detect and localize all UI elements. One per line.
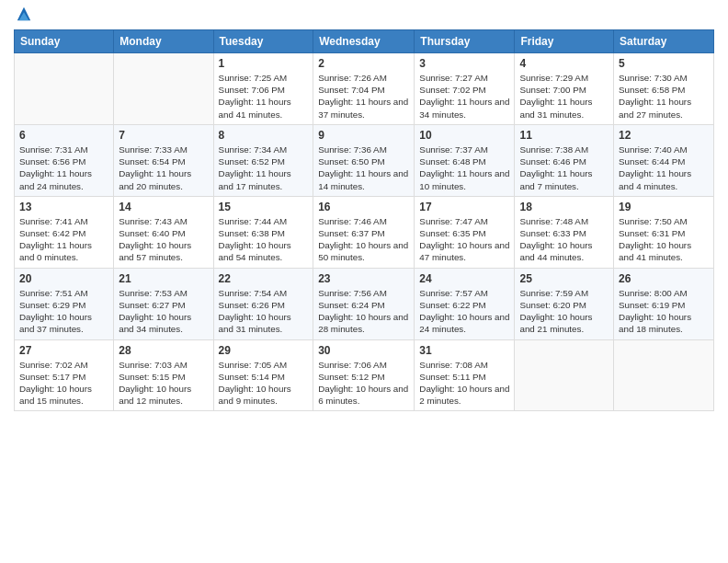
day-number: 15 xyxy=(219,201,309,213)
day-number: 11 xyxy=(519,129,609,142)
day-detail: Sunrise: 7:56 AM Sunset: 6:24 PM Dayligh… xyxy=(318,287,409,336)
calendar-cell: 7Sunrise: 7:33 AM Sunset: 6:54 PM Daylig… xyxy=(114,124,213,196)
calendar-table: SundayMondayTuesdayWednesdayThursdayFrid… xyxy=(14,29,714,411)
day-detail: Sunrise: 7:03 AM Sunset: 5:15 PM Dayligh… xyxy=(119,359,208,408)
day-number: 1 xyxy=(219,57,309,70)
calendar-cell: 11Sunrise: 7:38 AM Sunset: 6:46 PM Dayli… xyxy=(515,124,614,196)
day-number: 27 xyxy=(19,344,108,357)
day-number: 5 xyxy=(619,57,709,70)
logo-icon xyxy=(16,6,32,22)
day-detail: Sunrise: 7:29 AM Sunset: 7:00 PM Dayligh… xyxy=(519,72,609,121)
day-detail: Sunrise: 7:50 AM Sunset: 6:31 PM Dayligh… xyxy=(619,215,709,264)
day-detail: Sunrise: 7:38 AM Sunset: 6:46 PM Dayligh… xyxy=(519,144,609,192)
calendar-cell: 29Sunrise: 7:05 AM Sunset: 5:14 PM Dayli… xyxy=(213,339,313,411)
calendar-header-tuesday: Tuesday xyxy=(213,30,313,53)
day-detail: Sunrise: 7:54 AM Sunset: 6:26 PM Dayligh… xyxy=(219,287,309,336)
day-number: 28 xyxy=(119,344,208,357)
day-detail: Sunrise: 7:41 AM Sunset: 6:42 PM Dayligh… xyxy=(19,215,108,264)
day-number: 26 xyxy=(619,272,709,285)
day-number: 16 xyxy=(318,201,409,213)
calendar-week-row: 20Sunrise: 7:51 AM Sunset: 6:29 PM Dayli… xyxy=(15,268,714,339)
calendar-header-friday: Friday xyxy=(515,30,614,53)
day-detail: Sunrise: 7:31 AM Sunset: 6:56 PM Dayligh… xyxy=(19,144,108,192)
day-detail: Sunrise: 7:57 AM Sunset: 6:22 PM Dayligh… xyxy=(419,287,509,336)
day-detail: Sunrise: 8:00 AM Sunset: 6:19 PM Dayligh… xyxy=(619,287,709,336)
logo xyxy=(14,9,32,22)
day-number: 14 xyxy=(119,201,208,213)
calendar-cell: 6Sunrise: 7:31 AM Sunset: 6:56 PM Daylig… xyxy=(15,124,114,196)
calendar-header-sunday: Sunday xyxy=(15,30,114,53)
calendar-cell: 9Sunrise: 7:36 AM Sunset: 6:50 PM Daylig… xyxy=(313,124,415,196)
day-number: 30 xyxy=(318,344,409,357)
calendar-cell: 8Sunrise: 7:34 AM Sunset: 6:52 PM Daylig… xyxy=(213,124,313,196)
day-detail: Sunrise: 7:08 AM Sunset: 5:11 PM Dayligh… xyxy=(419,359,509,408)
calendar-cell xyxy=(15,53,114,125)
day-detail: Sunrise: 7:05 AM Sunset: 5:14 PM Dayligh… xyxy=(219,359,309,408)
calendar-cell: 3Sunrise: 7:27 AM Sunset: 7:02 PM Daylig… xyxy=(415,53,515,125)
day-number: 8 xyxy=(219,129,309,142)
day-detail: Sunrise: 7:53 AM Sunset: 6:27 PM Dayligh… xyxy=(119,287,208,336)
calendar-cell: 27Sunrise: 7:02 AM Sunset: 5:17 PM Dayli… xyxy=(15,339,114,411)
calendar-cell: 1Sunrise: 7:25 AM Sunset: 7:06 PM Daylig… xyxy=(213,53,313,125)
calendar-cell xyxy=(614,339,714,411)
day-number: 9 xyxy=(318,129,409,142)
calendar-week-row: 6Sunrise: 7:31 AM Sunset: 6:56 PM Daylig… xyxy=(15,124,714,196)
day-number: 25 xyxy=(519,272,609,285)
calendar-header-saturday: Saturday xyxy=(614,30,714,53)
day-number: 19 xyxy=(619,201,709,213)
day-number: 23 xyxy=(318,272,409,285)
day-number: 21 xyxy=(119,272,208,285)
calendar-week-row: 13Sunrise: 7:41 AM Sunset: 6:42 PM Dayli… xyxy=(15,196,714,268)
calendar-cell xyxy=(515,339,614,411)
header xyxy=(14,9,714,22)
calendar-cell: 16Sunrise: 7:46 AM Sunset: 6:37 PM Dayli… xyxy=(313,196,415,268)
day-number: 7 xyxy=(119,129,208,142)
day-number: 6 xyxy=(19,129,108,142)
day-number: 2 xyxy=(318,57,409,70)
calendar-cell: 2Sunrise: 7:26 AM Sunset: 7:04 PM Daylig… xyxy=(313,53,415,125)
calendar-cell: 21Sunrise: 7:53 AM Sunset: 6:27 PM Dayli… xyxy=(114,268,213,339)
calendar-header-wednesday: Wednesday xyxy=(313,30,415,53)
calendar-cell: 30Sunrise: 7:06 AM Sunset: 5:12 PM Dayli… xyxy=(313,339,415,411)
calendar-cell: 20Sunrise: 7:51 AM Sunset: 6:29 PM Dayli… xyxy=(15,268,114,339)
calendar-cell: 22Sunrise: 7:54 AM Sunset: 6:26 PM Dayli… xyxy=(213,268,313,339)
day-number: 31 xyxy=(419,344,509,357)
day-detail: Sunrise: 7:48 AM Sunset: 6:33 PM Dayligh… xyxy=(519,215,609,264)
day-number: 18 xyxy=(519,201,609,213)
calendar-header-thursday: Thursday xyxy=(415,30,515,53)
day-detail: Sunrise: 7:51 AM Sunset: 6:29 PM Dayligh… xyxy=(19,287,108,336)
day-detail: Sunrise: 7:30 AM Sunset: 6:58 PM Dayligh… xyxy=(619,72,709,121)
calendar-week-row: 27Sunrise: 7:02 AM Sunset: 5:17 PM Dayli… xyxy=(15,339,714,411)
day-detail: Sunrise: 7:26 AM Sunset: 7:04 PM Dayligh… xyxy=(318,72,409,121)
day-number: 13 xyxy=(19,201,108,213)
day-detail: Sunrise: 7:36 AM Sunset: 6:50 PM Dayligh… xyxy=(318,144,409,192)
calendar-cell: 23Sunrise: 7:56 AM Sunset: 6:24 PM Dayli… xyxy=(313,268,415,339)
day-detail: Sunrise: 7:34 AM Sunset: 6:52 PM Dayligh… xyxy=(219,144,309,192)
calendar-cell: 19Sunrise: 7:50 AM Sunset: 6:31 PM Dayli… xyxy=(614,196,714,268)
day-number: 20 xyxy=(19,272,108,285)
day-detail: Sunrise: 7:46 AM Sunset: 6:37 PM Dayligh… xyxy=(318,215,409,264)
calendar-cell: 17Sunrise: 7:47 AM Sunset: 6:35 PM Dayli… xyxy=(415,196,515,268)
calendar-cell: 14Sunrise: 7:43 AM Sunset: 6:40 PM Dayli… xyxy=(114,196,213,268)
day-number: 12 xyxy=(619,129,709,142)
day-number: 22 xyxy=(219,272,309,285)
day-number: 10 xyxy=(419,129,509,142)
day-detail: Sunrise: 7:06 AM Sunset: 5:12 PM Dayligh… xyxy=(318,359,409,408)
calendar-cell: 15Sunrise: 7:44 AM Sunset: 6:38 PM Dayli… xyxy=(213,196,313,268)
calendar-week-row: 1Sunrise: 7:25 AM Sunset: 7:06 PM Daylig… xyxy=(15,53,714,125)
day-number: 17 xyxy=(419,201,509,213)
day-detail: Sunrise: 7:47 AM Sunset: 6:35 PM Dayligh… xyxy=(419,215,509,264)
day-detail: Sunrise: 7:33 AM Sunset: 6:54 PM Dayligh… xyxy=(119,144,208,192)
day-detail: Sunrise: 7:40 AM Sunset: 6:44 PM Dayligh… xyxy=(619,144,709,192)
calendar-cell: 13Sunrise: 7:41 AM Sunset: 6:42 PM Dayli… xyxy=(15,196,114,268)
calendar-cell: 31Sunrise: 7:08 AM Sunset: 5:11 PM Dayli… xyxy=(415,339,515,411)
day-detail: Sunrise: 7:27 AM Sunset: 7:02 PM Dayligh… xyxy=(419,72,509,121)
calendar-cell: 12Sunrise: 7:40 AM Sunset: 6:44 PM Dayli… xyxy=(614,124,714,196)
calendar-cell: 28Sunrise: 7:03 AM Sunset: 5:15 PM Dayli… xyxy=(114,339,213,411)
calendar-header-row: SundayMondayTuesdayWednesdayThursdayFrid… xyxy=(15,30,714,53)
calendar-header-monday: Monday xyxy=(114,30,213,53)
day-detail: Sunrise: 7:43 AM Sunset: 6:40 PM Dayligh… xyxy=(119,215,208,264)
calendar-cell: 5Sunrise: 7:30 AM Sunset: 6:58 PM Daylig… xyxy=(614,53,714,125)
calendar-cell: 26Sunrise: 8:00 AM Sunset: 6:19 PM Dayli… xyxy=(614,268,714,339)
calendar-cell: 10Sunrise: 7:37 AM Sunset: 6:48 PM Dayli… xyxy=(415,124,515,196)
